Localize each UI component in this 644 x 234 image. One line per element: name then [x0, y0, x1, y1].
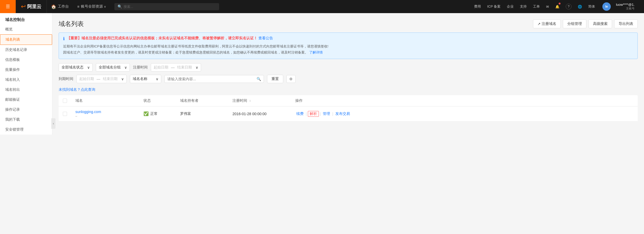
sort-icon: ↕: [249, 99, 251, 103]
advanced-search-button[interactable]: 高级搜索: [589, 19, 612, 28]
workbench-nav[interactable]: 🏠 工作台: [47, 0, 73, 13]
reg-time-date-picker[interactable]: 起始日期 — 结束日期 ∨: [151, 63, 201, 72]
page-actions: ↗ 注册域名 分组管理 高级搜索 导出列表: [533, 19, 638, 28]
table: 域名 状态 域名持有者 注册时间 ↕ 操作: [59, 95, 638, 121]
sidebar-item-overview[interactable]: 概览: [0, 24, 52, 34]
expire-end-date: 结束日期: [103, 77, 118, 81]
status-text: 正常: [150, 111, 158, 116]
group-filter[interactable]: 全部域名分组 ∨: [96, 63, 130, 72]
action-buttons: 续费 | 解析 | 管理 | 发布交易: [295, 111, 634, 117]
domain-link[interactable]: sunlogging.com: [75, 110, 101, 114]
collapse-sidebar-button[interactable]: ‹: [51, 118, 55, 129]
sidebar-item-batch[interactable]: 批量操作: [0, 65, 52, 75]
status-filter[interactable]: 全部域名状态 ∨: [59, 63, 93, 72]
workbench-label: 工作台: [58, 4, 69, 9]
page-title: 域名列表: [59, 20, 84, 28]
owner-cell: 罗伟富: [176, 106, 228, 121]
filter-row-2: 到期时间 起始日期 — 结束日期 ∨ 域名名称 ∨ 🔍 重置 ⚙: [59, 75, 638, 83]
domain-name-filter[interactable]: 域名名称 ∨: [130, 75, 161, 83]
globe-button[interactable]: 🌐: [575, 0, 585, 13]
settings-button[interactable]: ⚙: [286, 75, 296, 83]
register-icon: ↗: [537, 22, 541, 26]
top-nav-right: 费用 ICP 备案 企业 支持 工单 ✉ 🔔 ? 🌐 简体 Ie luow***…: [471, 0, 644, 13]
help-button[interactable]: ?: [563, 0, 575, 13]
col-actions-header: 操作: [291, 95, 638, 107]
nav-support[interactable]: 支持: [517, 0, 530, 13]
reg-time-label: 注册时间: [133, 65, 148, 70]
logo[interactable]: ↩ 阿里云: [16, 3, 47, 10]
not-found-link[interactable]: 未找到域名？点此查询: [59, 87, 638, 92]
bell-button[interactable]: 🔔: [552, 0, 563, 13]
expire-date-picker[interactable]: 起始日期 — 结束日期 ∨: [76, 75, 127, 83]
main-content: 域名列表 ↗ 注册域名 分组管理 高级搜索 导出列表 ℹ: [52, 13, 644, 234]
group-mgmt-button[interactable]: 分组管理: [563, 19, 586, 28]
select-all-checkbox[interactable]: [63, 99, 67, 103]
user-area[interactable]: Ie luow****@1. 主账号: [598, 2, 640, 11]
user-name: luow****@1.: [616, 3, 635, 7]
notice-icon: ℹ: [63, 36, 65, 41]
top-nav: ☰ ↩ 阿里云 🏠 工作台 ≡ 账号全部资源 ∨ 🔍 费用 ICP 备案 企业 …: [0, 0, 644, 13]
table-body: sunlogging.com – ✅ 正常 罗伟富: [59, 106, 638, 121]
sidebar-item-email-verify[interactable]: 邮箱验证: [0, 95, 52, 105]
group-filter-label: 全部域名分组: [99, 65, 121, 70]
export-list-button[interactable]: 导出列表: [614, 19, 638, 28]
page-header: 域名列表 ↗ 注册域名 分组管理 高级搜索 导出列表: [59, 19, 638, 28]
sidebar-item-security-lock[interactable]: 安全锁管理: [0, 125, 52, 135]
sidebar-item-transfer-out[interactable]: 域名转出: [0, 85, 52, 95]
renew-button[interactable]: 续费: [295, 111, 305, 117]
search-content-input[interactable]: [167, 77, 256, 81]
manage-button[interactable]: 管理: [322, 111, 331, 117]
expire-start-date: 起始日期: [79, 77, 94, 81]
row-checkbox[interactable]: [63, 112, 67, 116]
sidebar: 域名控制台 概览 域名列表 历史域名记录 信息模板 批量操作 域名转入 域名转出…: [0, 13, 52, 135]
reg-start-date: 起始日期: [154, 65, 168, 70]
col-owner-header: 域名持有者: [176, 95, 228, 107]
gear-icon: ⚙: [289, 77, 293, 81]
col-reg-time-header[interactable]: 注册时间 ↕: [228, 95, 291, 107]
logo-text: 阿里云: [27, 3, 41, 10]
lang-button[interactable]: 简体: [585, 0, 598, 13]
learn-more-link[interactable]: 了解详情: [309, 50, 323, 54]
publish-trade-button[interactable]: 发布交易: [334, 111, 351, 117]
nav-ticket[interactable]: 工单: [530, 0, 543, 13]
avatar: Ie: [602, 2, 611, 11]
action-sep-3: |: [332, 112, 333, 116]
user-sub: 主账号: [626, 7, 635, 10]
nav-enterprise[interactable]: 企业: [504, 0, 517, 13]
domain-name-filter-arrow: ∨: [156, 77, 158, 81]
mail-button[interactable]: ✉: [543, 0, 552, 13]
expire-date-arrow: ∨: [121, 77, 124, 81]
search-box: 🔍: [114, 3, 219, 10]
nav-cost[interactable]: 费用: [471, 0, 484, 13]
nav-icp[interactable]: ICP 备案: [484, 0, 504, 13]
status-filter-label: 全部域名状态: [62, 65, 84, 70]
reg-time-cell: 2016-01-28 00:00:00: [228, 106, 291, 121]
status-dot-icon: ✅: [143, 111, 149, 116]
sidebar-item-op-record[interactable]: 操作记录: [0, 105, 52, 115]
search-icon: 🔍: [118, 4, 122, 9]
resources-nav[interactable]: ≡ 账号全部资源 ∨: [73, 0, 110, 13]
notice-box: ℹ 【重要】域名注册必须使用已完成实名认证的信息模板；未实名认证域名不能续费、将…: [59, 33, 638, 59]
sidebar-item-my-download[interactable]: 我的下载: [0, 115, 52, 125]
register-domain-button[interactable]: ↗ 注册域名: [533, 19, 561, 28]
search-input[interactable]: [124, 3, 216, 10]
sidebar-item-transfer-in[interactable]: 域名转入: [0, 75, 52, 85]
sidebar-item-history[interactable]: 历史域名记录: [0, 45, 52, 55]
reg-time-text: 2016-01-28 00:00:00: [232, 112, 267, 116]
sidebar-item-domain-list[interactable]: 域名列表: [0, 34, 52, 45]
reg-end-date: 结束日期: [177, 65, 192, 70]
reset-button[interactable]: 重置: [267, 75, 283, 83]
sidebar-item-template[interactable]: 信息模板: [0, 55, 52, 65]
notice-link[interactable]: 查看公告: [258, 36, 273, 40]
logo-icon: ↩: [21, 3, 26, 10]
menu-button[interactable]: ☰: [0, 0, 16, 13]
resolve-button[interactable]: 解析: [308, 111, 319, 117]
col-domain-header: 域名: [71, 95, 139, 107]
notice-important-text: 【重要】域名注册必须使用已完成实名认证的信息模板；未实名认证域名不能续费、将被暂…: [67, 36, 273, 41]
col-check-header: [59, 95, 71, 107]
lang-label: 简体: [588, 4, 595, 9]
search-button-icon[interactable]: 🔍: [257, 77, 261, 81]
expire-date-sep: —: [97, 77, 100, 81]
layout: 域名控制台 概览 域名列表 历史域名记录 信息模板 批量操作 域名转入 域名转出…: [0, 13, 644, 234]
group-filter-arrow: ∨: [124, 65, 127, 70]
